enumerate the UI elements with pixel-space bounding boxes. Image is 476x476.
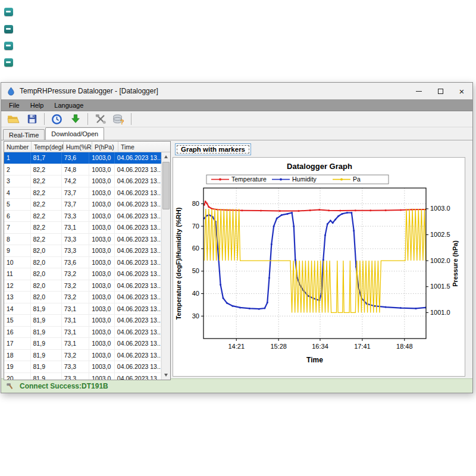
table-cell: 82,0	[31, 292, 62, 303]
menu-language[interactable]: Language	[49, 99, 89, 111]
table-cell: 19	[4, 361, 31, 372]
table-cell: 04.06.2023 13...	[115, 257, 161, 268]
column-header-pressure[interactable]: P(hPa)	[92, 142, 118, 152]
save-button[interactable]	[24, 112, 40, 126]
tab-download-open[interactable]: Download/Open	[45, 127, 104, 140]
table-row[interactable]: 682,273,31003,004.06.2023 13...	[4, 211, 161, 223]
table-cell: 15	[4, 315, 31, 326]
window-title: TempRHPressure Datalogger - [Datalogger]	[20, 87, 408, 95]
desktop-shortcut-icon[interactable]	[4, 42, 13, 50]
svg-text:1001.0: 1001.0	[430, 309, 450, 316]
desktop-shortcut-icon[interactable]	[4, 58, 13, 67]
table-header: Number Temp(degF) Hum(%RH) P(hPa) Time	[4, 142, 170, 152]
desktop-shortcut-icon[interactable]	[4, 25, 13, 33]
table-cell: 3	[4, 176, 31, 187]
menu-file[interactable]: File	[4, 99, 25, 111]
svg-text:18:48: 18:48	[396, 343, 413, 350]
table-cell: 14	[4, 303, 31, 315]
table-cell: 04.06.2023 13...	[115, 234, 161, 245]
table-cell: 82,0	[31, 280, 62, 292]
app-logo-icon	[7, 87, 15, 96]
chart-title: Datalogger Graph	[287, 162, 352, 171]
maximize-button[interactable]	[430, 83, 451, 99]
minimize-button[interactable]	[408, 83, 430, 99]
left-axis-title: Temperature (degF)/Humidity (%RH)	[175, 207, 182, 320]
icon-mark	[6, 11, 11, 12]
table-row[interactable]: 1082,073,61003,004.06.2023 13...	[4, 257, 161, 269]
graph-with-markers-button[interactable]: Graph with markers	[175, 143, 251, 155]
table-cell: 04.06.2023 13...	[115, 315, 161, 326]
table-row[interactable]: 1681,973,11003,004.06.2023 13...	[4, 327, 161, 339]
status-tool-icon	[6, 382, 14, 390]
table-cell: 1003,0	[89, 280, 115, 292]
column-header-time[interactable]: Time	[118, 142, 170, 152]
save-floppy-icon	[27, 114, 37, 124]
desktop-shortcut-icon[interactable]	[4, 8, 13, 16]
table-row[interactable]: 181,773,61003,004.06.2023 13...	[4, 152, 161, 164]
download-data-button[interactable]	[67, 112, 83, 126]
table-cell: 82,0	[31, 245, 62, 256]
table-row[interactable]: 382,274,21003,004.06.2023 13...	[4, 176, 161, 187]
table-row[interactable]: 2081,973,31003,004.06.2023 13...	[4, 373, 161, 380]
tab-real-time[interactable]: Real-Time	[3, 129, 45, 140]
column-header-hum[interactable]: Hum(%RH)	[64, 142, 92, 152]
table-row[interactable]: 1382,073,21003,004.06.2023 13...	[4, 292, 161, 303]
table-row[interactable]: 282,274,81003,004.06.2023 13...	[4, 164, 161, 176]
table-cell: 73,1	[62, 315, 89, 326]
svg-text:?: ?	[120, 118, 124, 124]
table-row[interactable]: 1182,073,21003,004.06.2023 13...	[4, 268, 161, 280]
table-cell: 04.06.2023 13...	[115, 350, 161, 361]
table-row[interactable]: 882,273,31003,004.06.2023 13...	[4, 234, 161, 246]
svg-text:1002.5: 1002.5	[430, 231, 450, 238]
device-database-help-icon: ?	[112, 114, 125, 125]
right-axis-title: Pressure (hPa)	[452, 240, 459, 287]
scroll-down-button[interactable]	[162, 371, 170, 380]
maximize-icon	[438, 89, 443, 94]
table-cell: 81,9	[31, 338, 62, 349]
table-cell: 73,1	[62, 327, 89, 338]
table-cell: 73,6	[62, 152, 89, 164]
realtime-button[interactable]	[49, 112, 65, 126]
table-row[interactable]: 482,273,71003,004.06.2023 13...	[4, 187, 161, 199]
svg-text:Pa: Pa	[353, 176, 361, 183]
table-row[interactable]: 1481,973,11003,004.06.2023 13...	[4, 303, 161, 315]
table-row[interactable]: 1881,973,21003,004.06.2023 13...	[4, 350, 161, 362]
menu-bar: File Help Language	[1, 99, 472, 111]
datalogger-chart: Datalogger Graph Temperature (degF)/Humi…	[173, 158, 465, 376]
scrollbar-thumb[interactable]	[162, 162, 170, 209]
svg-text:17:41: 17:41	[354, 343, 371, 350]
x-axis-title: Time	[306, 356, 323, 364]
table-scrollbar[interactable]	[161, 152, 170, 380]
table-row[interactable]: 982,073,31003,004.06.2023 13...	[4, 245, 161, 257]
close-button[interactable]: ×	[451, 83, 472, 99]
table-row[interactable]: 1282,073,21003,004.06.2023 13...	[4, 280, 161, 292]
settings-button[interactable]	[92, 112, 108, 126]
table-cell: 04.06.2023 13...	[115, 164, 161, 176]
table-row[interactable]: 1781,973,11003,004.06.2023 13...	[4, 338, 161, 350]
toolbar: ?	[1, 111, 472, 127]
svg-text:Humidity: Humidity	[292, 176, 317, 183]
table-row[interactable]: 582,273,71003,004.06.2023 13...	[4, 199, 161, 211]
svg-text:1001.5: 1001.5	[430, 283, 450, 290]
table-cell: 1003,0	[89, 152, 115, 164]
table-cell: 18	[4, 350, 31, 361]
table-cell: 73,7	[62, 187, 89, 199]
svg-text:1002.0: 1002.0	[430, 257, 450, 264]
table-cell: 73,2	[62, 292, 89, 303]
table-row[interactable]: 782,273,11003,004.06.2023 13...	[4, 222, 161, 234]
scroll-up-button[interactable]	[162, 152, 170, 161]
table-row[interactable]: 1981,973,31003,004.06.2023 13...	[4, 361, 161, 373]
device-info-button[interactable]: ?	[111, 112, 127, 126]
menu-help[interactable]: Help	[25, 99, 49, 111]
table-row[interactable]: 1581,973,11003,004.06.2023 13...	[4, 315, 161, 327]
table-cell: 1003,0	[89, 361, 115, 372]
table-cell: 16	[4, 327, 31, 338]
open-file-button[interactable]	[5, 112, 21, 126]
table-cell: 1	[4, 152, 31, 164]
column-header-number[interactable]: Number	[4, 142, 32, 152]
column-header-temp[interactable]: Temp(degF)	[32, 142, 64, 152]
tab-strip: Real-Time Download/Open	[1, 127, 472, 140]
title-bar[interactable]: TempRHPressure Datalogger - [Datalogger]…	[1, 83, 472, 99]
svg-text:40: 40	[192, 290, 199, 297]
icon-mark	[6, 45, 11, 46]
